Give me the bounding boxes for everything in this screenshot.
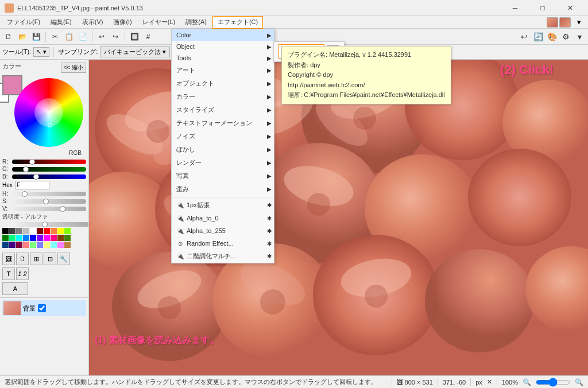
- color-swatch[interactable]: [57, 228, 64, 234]
- effects-menu-alpha0[interactable]: 🔌 Alpha_to_0 ✱: [172, 212, 274, 224]
- toolbar-dropdown-button[interactable]: ▾: [573, 30, 586, 43]
- effects-menu-expand1px[interactable]: 🔌 1px拡張 ✱: [172, 199, 274, 212]
- g-slider[interactable]: [12, 167, 86, 172]
- undo-icon-button[interactable]: ↩: [518, 30, 531, 43]
- color-swatch[interactable]: [30, 228, 36, 234]
- menu-effects[interactable]: エフェクト(C): [212, 16, 263, 29]
- color-swatch[interactable]: [16, 228, 22, 234]
- color-swatch[interactable]: [9, 228, 16, 234]
- copy-button[interactable]: 📋: [63, 30, 75, 43]
- new-button[interactable]: 🗋: [2, 30, 15, 43]
- effects-menu-color2[interactable]: カラー ▶: [172, 90, 274, 103]
- effects-menu-random[interactable]: ⊙ Random Effect... ✱: [172, 237, 274, 250]
- h-slider[interactable]: [12, 192, 86, 196]
- color-swatch[interactable]: [51, 242, 57, 248]
- effects-menu-color[interactable]: Color ▶: [172, 29, 274, 41]
- zoom-slider[interactable]: [536, 378, 570, 386]
- r-slider[interactable]: [12, 160, 86, 164]
- save-button[interactable]: 💾: [30, 30, 42, 43]
- tool-btn-1[interactable]: 🖼: [2, 253, 15, 265]
- effects-menu-noise[interactable]: ノイズ ▶: [172, 130, 274, 143]
- color-swatch[interactable]: [30, 242, 36, 248]
- color-swatch[interactable]: [2, 242, 9, 248]
- selection-button[interactable]: 🔲: [128, 30, 141, 43]
- menu-image[interactable]: 画像(I): [109, 16, 136, 29]
- minimize-button[interactable]: ─: [502, 0, 528, 16]
- close-button[interactable]: ✕: [557, 0, 583, 16]
- paste-button[interactable]: 📄: [76, 30, 89, 43]
- color-swatch[interactable]: [30, 235, 36, 241]
- color-swatch[interactable]: [16, 242, 22, 248]
- effects-menu-stylize[interactable]: スタイライズ ▶: [172, 103, 274, 117]
- effects-menu-render[interactable]: レンダー ▶: [172, 156, 274, 169]
- color-wheel[interactable]: [14, 78, 83, 147]
- effects-menu-alpha255[interactable]: 🔌 Alpha_to_255 ✱: [172, 224, 274, 237]
- color-swatch[interactable]: [9, 235, 16, 241]
- open-button[interactable]: 📂: [16, 30, 29, 43]
- canvas-area[interactable]: (1) 素材画像を読み込みます。 (2) Click!: [89, 60, 588, 375]
- shrink-button[interactable]: << 縮小: [61, 63, 86, 73]
- effects-menu-tools[interactable]: Tools ▶: [172, 52, 274, 64]
- effects-menu-object[interactable]: Object ▶: [172, 41, 274, 52]
- color-swatch[interactable]: [37, 235, 43, 241]
- layer-item[interactable]: 背景: [2, 300, 86, 316]
- color-swatch[interactable]: [64, 242, 71, 248]
- menu-file[interactable]: ファイル(F): [2, 16, 45, 29]
- dropdown-arrow-icon[interactable]: ▾: [572, 17, 586, 28]
- effects-menu-art[interactable]: アート ▶: [172, 64, 274, 77]
- tool-shape-btn[interactable]: A: [2, 282, 28, 295]
- undo-button[interactable]: ↩: [95, 30, 108, 43]
- thumbnail-icon-2[interactable]: [559, 17, 571, 28]
- menu-layer[interactable]: レイヤー(L): [138, 16, 180, 29]
- tool-text-btn[interactable]: T: [2, 267, 15, 280]
- b-slider[interactable]: [12, 174, 86, 179]
- tool-btn-3[interactable]: ⊞: [30, 253, 42, 265]
- color-swatch[interactable]: [2, 228, 9, 234]
- alpha-slider[interactable]: [15, 222, 89, 227]
- color-swatch[interactable]: [51, 235, 57, 241]
- grid-button[interactable]: #: [142, 30, 154, 43]
- color-swatch[interactable]: [23, 228, 29, 234]
- v-slider[interactable]: [12, 207, 86, 211]
- window-controls[interactable]: ─ □ ✕: [502, 0, 583, 16]
- menu-adjust[interactable]: 調整(A): [181, 16, 211, 29]
- color-swatch[interactable]: [23, 242, 29, 248]
- tool-btn-2[interactable]: 🗋: [16, 253, 29, 265]
- settings-icon-button[interactable]: ⚙: [559, 30, 572, 43]
- effects-menu-blur[interactable]: ぼかし ▶: [172, 143, 274, 156]
- layer-visibility-checkbox[interactable]: [38, 304, 46, 312]
- zoom-out-button[interactable]: 🔍: [523, 378, 531, 386]
- tool-selector[interactable]: ↖ ▾: [33, 47, 49, 57]
- color-swatch[interactable]: [23, 235, 29, 241]
- color-swatch[interactable]: [37, 242, 43, 248]
- tool-btn-4[interactable]: ⊡: [44, 253, 56, 265]
- thumbnail-icon-1[interactable]: [547, 17, 558, 28]
- effects-menu-textform[interactable]: テキストフォーメーション ▶: [172, 117, 274, 130]
- effects-menu-binarize[interactable]: 🔌 二階調化マルチ... ✱: [172, 250, 274, 263]
- color-swatch[interactable]: [2, 235, 9, 241]
- effects-menu-photo[interactable]: 写真 ▶: [172, 169, 274, 183]
- tool-btn-5[interactable]: 🔧: [57, 253, 70, 265]
- color-swatch[interactable]: [57, 235, 64, 241]
- color-wheel-container[interactable]: [11, 75, 86, 150]
- menu-edit[interactable]: 編集(E): [46, 16, 76, 29]
- fg-bg-color-area[interactable]: [2, 75, 9, 103]
- color-swatch[interactable]: [51, 228, 57, 234]
- color-swatch[interactable]: [44, 242, 50, 248]
- cut-button[interactable]: ✂: [49, 30, 61, 43]
- color-swatch[interactable]: [44, 235, 50, 241]
- redo-button[interactable]: ↪: [109, 30, 122, 43]
- menu-view[interactable]: 表示(V): [78, 16, 108, 29]
- color-swatch[interactable]: [9, 242, 16, 248]
- effects-menu-distort[interactable]: 歪み ▶: [172, 183, 274, 196]
- refresh-icon-button[interactable]: 🔄: [532, 30, 544, 43]
- color-swatch[interactable]: [64, 228, 71, 234]
- color-swatch[interactable]: [57, 242, 64, 248]
- effects-menu-object2[interactable]: オブジェクト ▶: [172, 77, 274, 90]
- s-slider[interactable]: [12, 199, 86, 204]
- color-swatch[interactable]: [16, 235, 22, 241]
- color-icon-button[interactable]: 🎨: [546, 30, 558, 43]
- color-swatch[interactable]: [37, 228, 43, 234]
- tool-text-btn-2[interactable]: 1 2: [16, 267, 29, 280]
- color-swatch[interactable]: [44, 228, 50, 234]
